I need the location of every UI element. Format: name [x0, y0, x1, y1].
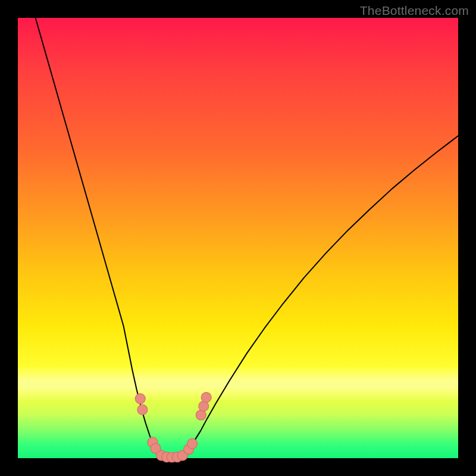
- marker-dot: [135, 394, 145, 404]
- chart-svg: [18, 18, 458, 458]
- plot-area: [18, 18, 458, 458]
- marker-dot: [187, 439, 198, 449]
- marker-dot: [137, 405, 148, 415]
- marker-dot: [201, 392, 211, 402]
- chart-frame: TheBottleneck.com: [0, 0, 476, 476]
- watermark-text: TheBottleneck.com: [360, 4, 469, 18]
- curve-left-branch: [36, 18, 158, 455]
- curve-right-branch: [186, 136, 458, 455]
